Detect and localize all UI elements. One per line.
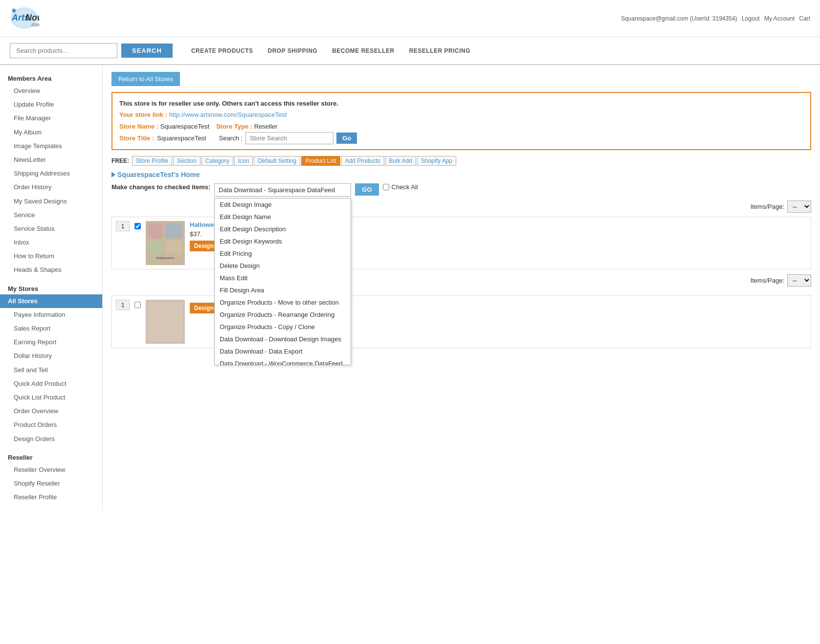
check-all-label: Check All bbox=[392, 183, 418, 191]
sidebar-item-order-overview[interactable]: Order Overview bbox=[0, 404, 102, 418]
sidebar-item-sell-and-tell[interactable]: Sell and Tell bbox=[0, 363, 102, 377]
free-nav-shopify-app[interactable]: Shopify App bbox=[417, 156, 456, 166]
top-nav-links: CREATE PRODUCTS DROP SHIPPING BECOME RES… bbox=[191, 47, 470, 54]
sidebar-item-payee-information[interactable]: Payee Information bbox=[0, 308, 102, 322]
make-changes-section: Make changes to checked items: Data Down… bbox=[111, 183, 811, 197]
sidebar-item-design-orders[interactable]: Design Orders bbox=[0, 432, 102, 446]
sidebar-item-shopify-reseller[interactable]: Shopify Reseller bbox=[0, 477, 102, 490]
store-name-label: Store Name : bbox=[119, 123, 158, 130]
sidebar-item-inbox[interactable]: Inbox bbox=[0, 236, 102, 249]
dropdown-item-mass-edit[interactable]: Mass Edit bbox=[215, 272, 351, 284]
sidebar-item-dollar-history[interactable]: Dollar History bbox=[0, 349, 102, 363]
sidebar-item-heads-shapes[interactable]: Heads & Shapes bbox=[0, 263, 102, 277]
sidebar-item-image-templates[interactable]: Image Templates bbox=[0, 139, 102, 153]
dropdown-item-fill-design-area[interactable]: Fill Design Area bbox=[215, 284, 351, 296]
sidebar-item-reseller-profile[interactable]: Reseller Profile bbox=[0, 490, 102, 504]
sidebar-item-all-stores[interactable]: All Stores bbox=[0, 294, 102, 308]
return-to-all-stores-button[interactable]: Return to All Stores bbox=[111, 72, 180, 86]
check-all-checkbox[interactable] bbox=[383, 184, 389, 190]
dropdown-item-edit-design-name[interactable]: Edit Design Name bbox=[215, 211, 351, 223]
free-nav-icon[interactable]: Icon bbox=[234, 156, 253, 166]
svg-rect-8 bbox=[148, 241, 163, 253]
store-search-input[interactable] bbox=[245, 132, 333, 144]
dropdown-item-woocommerce[interactable]: Data Download - WooCommerce DataFeed bbox=[215, 357, 351, 365]
sidebar-item-overview[interactable]: Overview bbox=[0, 84, 102, 98]
sidebar-item-my-saved-designs[interactable]: My Saved Designs bbox=[0, 195, 102, 208]
dropdown-item-edit-design-image[interactable]: Edit Design Image bbox=[215, 199, 351, 211]
sidebar-item-sales-report[interactable]: Sales Report bbox=[0, 322, 102, 335]
svg-rect-9 bbox=[165, 241, 182, 253]
sidebar: Members Area Overview Update Profile Fil… bbox=[0, 65, 103, 511]
sidebar-item-update-profile[interactable]: Update Profile bbox=[0, 98, 102, 111]
dropdown-item-edit-pricing[interactable]: Edit Pricing bbox=[215, 247, 351, 260]
store-title-search-row: Store Title : SquarespaceTest Search : G… bbox=[119, 132, 803, 144]
search-input[interactable] bbox=[10, 43, 117, 58]
free-nav-add-products[interactable]: Add Products bbox=[341, 156, 384, 166]
nav-create-products[interactable]: CREATE PRODUCTS bbox=[191, 47, 253, 54]
items-per-page-select-bottom[interactable]: -- 10 25 50 bbox=[787, 274, 811, 287]
dropdown-item-organize-copy[interactable]: Organize Products - Copy / Clone bbox=[215, 321, 351, 333]
svg-text:Now: Now bbox=[25, 13, 39, 22]
free-nav-section[interactable]: Section bbox=[173, 156, 200, 166]
make-changes-label: Make changes to checked items: bbox=[111, 183, 210, 191]
row-number-2: 1 bbox=[116, 300, 130, 310]
content-area: Return to All Stores This store is for r… bbox=[103, 65, 820, 511]
dropdown-item-organize-rearrange[interactable]: Organize Products - Rearrange Ordering bbox=[215, 309, 351, 321]
sidebar-item-service[interactable]: Service bbox=[0, 208, 102, 222]
sidebar-item-newsletter[interactable]: NewsLetter bbox=[0, 153, 102, 167]
user-email: Squarespace@gmail.com (UserId: 3194354) bbox=[621, 15, 737, 22]
sidebar-item-shipping-addresses[interactable]: Shipping Addresses bbox=[0, 167, 102, 180]
sidebar-item-my-album[interactable]: My Album bbox=[0, 126, 102, 139]
sidebar-item-service-status[interactable]: Service Status bbox=[0, 222, 102, 236]
my-account-link[interactable]: My Account bbox=[764, 15, 795, 22]
sidebar-item-how-to-return[interactable]: How to Return bbox=[0, 249, 102, 263]
product-thumbnail-1: Halloween bbox=[146, 221, 185, 265]
svg-text:Halloween: Halloween bbox=[156, 256, 174, 260]
dropdown-item-edit-design-keywords[interactable]: Edit Design Keywords bbox=[215, 235, 351, 247]
product-image-1: Halloween bbox=[146, 221, 185, 265]
dropdown-item-organize-move[interactable]: Organize Products - Move to other sectio… bbox=[215, 296, 351, 309]
nav-reseller-pricing[interactable]: RESELLER PRICING bbox=[409, 47, 470, 54]
sidebar-item-order-history[interactable]: Order History bbox=[0, 180, 102, 194]
product-checkbox-1[interactable] bbox=[134, 223, 141, 229]
sidebar-item-quick-list-product[interactable]: Quick List Product bbox=[0, 391, 102, 404]
dropdown-item-delete-design[interactable]: Delete Design bbox=[215, 260, 351, 272]
cart-link[interactable]: Cart bbox=[799, 15, 810, 22]
product-design-button-1[interactable]: Design bbox=[190, 241, 218, 251]
reseller-title: Reseller bbox=[0, 451, 102, 463]
main-layout: Members Area Overview Update Profile Fil… bbox=[0, 65, 820, 511]
make-changes-go-button[interactable]: GO bbox=[355, 183, 378, 196]
store-link-url[interactable]: http://www.artsnow.com/SquarespaceTest bbox=[169, 111, 287, 118]
store-info-box: This store is for reseller use only. Oth… bbox=[111, 92, 811, 150]
logo-icon: Arts Now .com bbox=[10, 5, 39, 32]
sidebar-item-reseller-overview[interactable]: Reseller Overview bbox=[0, 463, 102, 477]
top-header: Arts Now .com Squarespace@gmail.com (Use… bbox=[0, 0, 820, 37]
store-link-label: Your store link : bbox=[119, 111, 167, 118]
make-changes-dropdown[interactable]: Data Download - Squarespace DataFeed bbox=[214, 183, 351, 197]
dropdown-item-data-export[interactable]: Data Download - Data Export bbox=[215, 345, 351, 357]
product-checkbox-2[interactable] bbox=[134, 302, 141, 308]
free-nav-product-list[interactable]: Product List bbox=[301, 156, 340, 166]
items-per-page-select-top[interactable]: -- 10 25 50 bbox=[787, 200, 811, 213]
product-design-button-2[interactable]: Design bbox=[190, 303, 218, 313]
members-area-title: Members Area bbox=[0, 72, 102, 84]
dropdown-item-data-download-images[interactable]: Data Download - Download Design Images bbox=[215, 333, 351, 345]
free-nav-category[interactable]: Category bbox=[201, 156, 233, 166]
sidebar-item-earning-report[interactable]: Earning Report bbox=[0, 335, 102, 349]
store-home-link[interactable]: SquarespaceTest's Home bbox=[111, 171, 811, 178]
sidebar-item-product-orders[interactable]: Product Orders bbox=[0, 418, 102, 432]
free-nav-store-profile[interactable]: Store Profile bbox=[132, 156, 172, 166]
dropdown-item-edit-design-description[interactable]: Edit Design Description bbox=[215, 223, 351, 235]
sidebar-item-quick-add-product[interactable]: Quick Add Product bbox=[0, 377, 102, 391]
sidebar-item-file-manager[interactable]: File Manager bbox=[0, 111, 102, 125]
triangle-icon bbox=[111, 172, 115, 178]
search-button[interactable]: SEARCH bbox=[121, 44, 173, 58]
nav-drop-shipping[interactable]: DROP SHIPPING bbox=[268, 47, 318, 54]
nav-become-reseller[interactable]: BECOME RESELLER bbox=[332, 47, 395, 54]
dropdown-scroll-area[interactable]: Edit Design Image Edit Design Name Edit … bbox=[215, 199, 351, 365]
free-nav-default-setting[interactable]: Default Setting bbox=[254, 156, 300, 166]
logout-link[interactable]: Logout bbox=[742, 15, 760, 22]
store-search-go-button[interactable]: Go bbox=[336, 133, 357, 144]
free-nav-bulk-add[interactable]: Bulk Add bbox=[385, 156, 416, 166]
search-bar: SEARCH CREATE PRODUCTS DROP SHIPPING BEC… bbox=[0, 37, 820, 65]
